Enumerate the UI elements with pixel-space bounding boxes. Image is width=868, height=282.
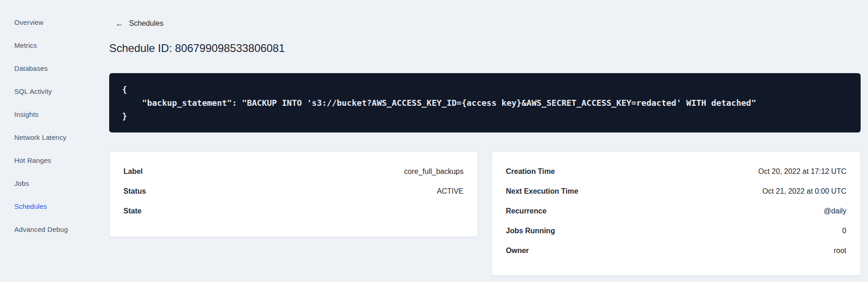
row-label: Creation Time (506, 167, 555, 176)
detail-cards: Label core_full_backups Status ACTIVE St… (109, 151, 861, 276)
sidebar-item-schedules[interactable]: Schedules (14, 195, 109, 218)
back-arrow-icon: ← (115, 19, 123, 28)
code-line: { (122, 83, 848, 96)
row-label: State (123, 207, 141, 215)
schedule-summary-card: Label core_full_backups Status ACTIVE St… (109, 151, 478, 237)
main-content: ← Schedules Schedule ID: 806799098533806… (109, 0, 868, 282)
sidebar-item-hot-ranges[interactable]: Hot Ranges (14, 149, 109, 172)
table-row: Next Execution Time Oct 21, 2022 at 0:00… (506, 181, 846, 201)
row-label: Jobs Running (506, 227, 555, 235)
table-row: Owner root (506, 241, 846, 260)
row-value: 0 (842, 227, 846, 235)
row-label: Label (123, 167, 143, 176)
row-value: @daily (824, 207, 846, 215)
sidebar-item-advanced-debug[interactable]: Advanced Debug (14, 218, 109, 241)
row-value: Oct 21, 2022 at 0:00 UTC (762, 187, 846, 196)
table-row: State (123, 201, 463, 221)
sidebar-item-databases[interactable]: Databases (14, 57, 109, 80)
row-label: Status (123, 187, 146, 196)
code-line: } (122, 109, 848, 123)
table-row: Label core_full_backups (123, 161, 463, 181)
row-label: Next Execution Time (506, 187, 578, 196)
sidebar-item-jobs[interactable]: Jobs (14, 172, 109, 195)
page-title: Schedule ID: 806799098533806081 (109, 42, 861, 55)
schedule-details-card: Creation Time Oct 20, 2022 at 17:12 UTC … (492, 151, 861, 276)
sidebar-nav: Overview Metrics Databases SQL Activity … (0, 0, 109, 282)
sidebar-item-insights[interactable]: Insights (14, 103, 109, 126)
sidebar-item-sql-activity[interactable]: SQL Activity (14, 80, 109, 103)
row-value: Oct 20, 2022 at 17:12 UTC (758, 167, 846, 176)
row-label: Owner (506, 247, 529, 255)
code-line: "backup_statement": "BACKUP INTO 's3://b… (122, 96, 848, 109)
table-row: Jobs Running 0 (506, 221, 846, 241)
row-label: Recurrence (506, 207, 546, 215)
table-row: Status ACTIVE (123, 181, 463, 201)
table-row: Recurrence @daily (506, 201, 846, 221)
row-value: root (833, 247, 846, 255)
row-value: ACTIVE (437, 187, 463, 196)
page: Overview Metrics Databases SQL Activity … (0, 0, 868, 282)
sidebar-item-network-latency[interactable]: Network Latency (14, 126, 109, 149)
back-to-schedules-link[interactable]: ← Schedules (115, 19, 164, 28)
sidebar-item-metrics[interactable]: Metrics (14, 34, 109, 57)
back-link-label: Schedules (129, 19, 164, 28)
sidebar-item-overview[interactable]: Overview (14, 11, 109, 34)
schedule-statement-code-block: { "backup_statement": "BACKUP INTO 's3:/… (109, 73, 861, 132)
row-value: core_full_backups (404, 167, 463, 176)
table-row: Creation Time Oct 20, 2022 at 17:12 UTC (506, 161, 846, 181)
